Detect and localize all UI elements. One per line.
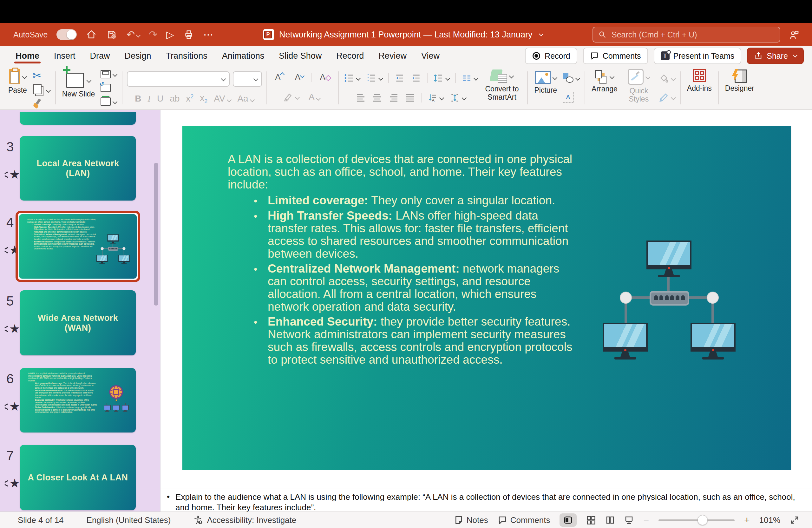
thumbnail-slide-5[interactable]: Wide Area Network (WAN) [20,290,136,355]
superscript-button[interactable]: x2 [183,93,197,104]
home-icon[interactable] [86,29,97,40]
speaker-notes-panel[interactable]: • Explain to the audience what a LAN is … [160,489,812,512]
reading-view-button[interactable] [605,515,615,525]
cut-button[interactable]: ✂ [32,69,51,82]
tab-slide-show[interactable]: Slide Show [279,46,322,66]
thumbnail-slide-6[interactable]: A WAN, is a sophisticated network with t… [20,368,136,432]
character-spacing-button[interactable]: AV [211,94,234,104]
thumbnail-slide-4-selected[interactable]: A LAN is a collection of devices that ar… [16,211,140,282]
columns-button[interactable] [461,72,478,84]
new-slide-button[interactable]: New Slide [60,68,97,108]
normal-view-button[interactable] [560,513,577,527]
picture-button[interactable]: Picture [532,68,559,108]
arrange-button[interactable]: Arrange [590,68,620,108]
slideshow-play-icon[interactable]: ▷ [166,29,174,40]
title-chevron-icon[interactable] [539,32,543,36]
quick-styles-button[interactable]: Quick Styles [623,68,655,108]
language-selector[interactable]: English (United States) [87,515,171,525]
document-title[interactable]: Networking Assignment 1 Powerpoint — Las… [279,30,532,40]
feedback-person-icon[interactable] [788,29,800,40]
comments-button[interactable]: Comments [583,47,648,64]
align-left-button[interactable] [355,91,366,104]
record-button[interactable]: Record [525,47,577,64]
strikethrough-button[interactable]: ab [166,94,183,104]
tab-insert[interactable]: Insert [54,46,75,66]
thumbnail-title: Wide Area Network (WAN) [20,290,136,355]
thumbnail-slide-3[interactable]: Local Area Network (LAN) [20,136,136,201]
paste-button[interactable]: Paste [6,68,29,108]
tab-animations[interactable]: Animations [222,46,264,66]
fullscreen-icon[interactable] [790,515,799,525]
print-icon[interactable] [183,29,194,40]
slide-layout-button[interactable] [100,69,117,80]
bold-button[interactable]: B [132,94,144,104]
highlight-color-button[interactable] [282,91,300,103]
text-box-button[interactable]: A [562,90,580,104]
align-right-button[interactable] [388,91,399,104]
italic-button[interactable]: I [145,94,154,104]
change-case-button[interactable]: Aa [234,94,257,104]
search-input[interactable] [611,30,774,40]
more-commands-icon[interactable]: ⋯ [203,29,214,40]
shape-fill-button[interactable] [658,72,676,85]
tab-home[interactable]: Home [16,46,39,66]
add-ins-button[interactable]: Add-ins [685,68,714,108]
increase-indent-button[interactable] [410,72,422,84]
numbering-button[interactable] [366,72,383,84]
designer-button[interactable]: Designer [723,68,756,108]
shapes-button[interactable] [562,72,580,84]
convert-to-smartart-button[interactable]: Convert to SmartArt [481,68,523,108]
shrink-font-button[interactable]: A [291,72,307,83]
present-in-teams-button[interactable]: T Present in Teams [654,47,742,64]
thumbnail-scrollbar[interactable] [154,163,158,305]
zoom-out-button[interactable]: − [643,515,649,526]
slide-bullet: •Limited coverage: They only cover a sin… [254,194,574,207]
comments-toggle-button[interactable]: Comments [498,515,550,525]
align-center-button[interactable] [372,91,383,104]
clear-formatting-button[interactable]: A [317,72,334,83]
tab-record[interactable]: Record [336,46,364,66]
text-direction-button[interactable]: A [426,91,444,104]
tab-draw[interactable]: Draw [90,46,110,66]
align-text-vertical-button[interactable] [449,91,467,104]
thumbnail-slide-7[interactable]: A Closer Look At A LAN [20,445,136,510]
reset-layout-button[interactable] [100,83,117,93]
zoom-in-button[interactable]: + [744,515,750,526]
zoom-slider[interactable] [658,519,735,521]
justify-button[interactable] [404,91,416,104]
tab-design[interactable]: Design [125,46,151,66]
save-icon[interactable] [106,29,117,40]
autosave-toggle[interactable] [56,29,77,40]
shape-outline-button[interactable] [658,91,676,104]
font-name-select[interactable] [127,71,230,87]
font-color-button[interactable]: A [305,92,323,102]
notes-text[interactable]: Explain to the audience what a LAN is us… [175,492,802,512]
tab-view[interactable]: View [421,46,440,66]
bullets-button[interactable] [343,72,361,84]
tab-transitions[interactable]: Transitions [166,46,207,66]
thumbnail-slide-2-partial[interactable] [20,112,136,125]
decrease-indent-button[interactable] [394,72,405,84]
redo-icon[interactable]: ↷ [149,29,157,40]
share-button[interactable]: Share [747,47,804,64]
slide-text-block[interactable]: A LAN is a collection of devices that ar… [228,153,574,366]
zoom-level[interactable]: 101% [759,515,781,525]
lan-network-diagram[interactable] [596,228,742,365]
tab-review[interactable]: Review [378,46,407,66]
section-button[interactable] [100,96,117,107]
font-size-select[interactable] [233,71,262,87]
underline-button[interactable]: U [154,94,166,104]
notes-toggle-button[interactable]: Notes [454,515,488,525]
accessibility-checker[interactable]: Accessibility: Investigate [193,515,296,525]
format-painter-button[interactable] [32,98,51,110]
copy-button[interactable] [32,82,51,98]
search-box[interactable] [593,27,780,43]
zoom-slider-thumb[interactable] [697,515,708,525]
current-slide[interactable]: A LAN is a collection of devices that ar… [183,126,791,470]
line-spacing-button[interactable] [433,72,450,84]
grow-font-button[interactable]: A [272,72,287,83]
slide-sorter-button[interactable] [586,515,596,525]
subscript-button[interactable]: x2 [197,93,211,105]
undo-icon[interactable]: ↶ [126,29,140,40]
slideshow-view-button[interactable] [624,515,634,525]
